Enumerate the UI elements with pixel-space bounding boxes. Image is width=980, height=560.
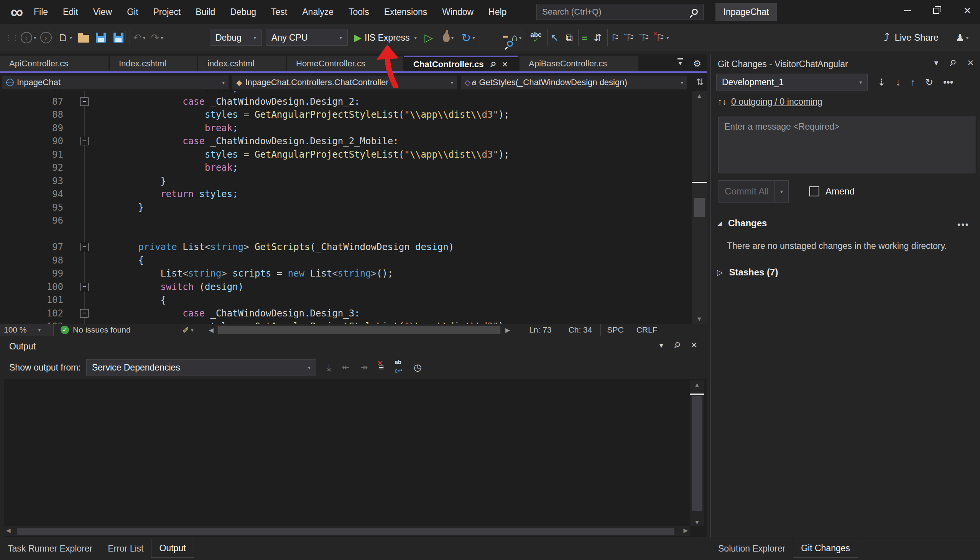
commit-all-button[interactable]: Commit All — [719, 180, 775, 203]
new-project-icon[interactable]: 🗋 — [58, 32, 68, 44]
timestamp-clock-icon[interactable]: ◷ — [414, 362, 422, 373]
changes-expand-icon[interactable]: ◢ — [717, 219, 722, 227]
open-folder-icon[interactable] — [78, 35, 89, 43]
git-pull-icon[interactable]: ↓ — [896, 77, 901, 88]
branch-dropdown[interactable]: Development_1▾ — [716, 73, 868, 90]
git-close-icon[interactable]: ✕ — [967, 58, 974, 68]
collapse-region-button[interactable]: − — [80, 309, 88, 318]
search-input[interactable]: Search (Ctrl+Q) — [536, 4, 704, 20]
output-vertical-scrollbar[interactable]: ▲▼ — [690, 380, 704, 526]
amend-checkbox[interactable] — [809, 187, 819, 197]
navigate-forward-icon[interactable]: › — [40, 32, 52, 43]
tab-close-icon[interactable]: ✕ — [502, 60, 508, 69]
next-bookmark-icon[interactable]: ⚐→ — [641, 32, 650, 44]
restore-button[interactable] — [933, 8, 939, 14]
previous-bookmark-icon[interactable]: ⚐← — [626, 32, 634, 44]
platform-dropdown[interactable]: Any CPU▾ — [266, 30, 348, 46]
zoom-dropdown[interactable]: 100 %▾ — [0, 324, 54, 336]
menu-item-edit[interactable]: Edit — [63, 7, 78, 17]
start-debugging-button[interactable]: ▶ IIS Express ▾ — [354, 32, 417, 44]
menu-item-help[interactable]: Help — [489, 7, 506, 17]
git-overflow-icon[interactable]: ••• — [943, 77, 953, 88]
menu-item-view[interactable]: View — [93, 7, 112, 17]
collapse-region-button[interactable]: − — [80, 97, 88, 106]
menu-item-analyze[interactable]: Analyze — [302, 7, 334, 17]
issues-status[interactable]: No issues found — [73, 325, 131, 335]
bottom-tab-task-runner-explorer[interactable]: Task Runner Explorer — [0, 540, 100, 558]
git-menu-chevron-icon[interactable]: ▾ — [934, 58, 938, 68]
output-source-dropdown[interactable]: Service Dependencies▾ — [86, 359, 316, 375]
menu-item-file[interactable]: File — [34, 7, 48, 17]
commit-options-dropdown[interactable]: ▾ — [775, 180, 789, 203]
eol-indicator[interactable]: CRLF — [630, 324, 664, 336]
member-dropdown[interactable]: ◇ GetStyles(_ChatWindowDesign design) ▾ — [461, 75, 687, 89]
menu-item-extensions[interactable]: Extensions — [384, 7, 428, 17]
word-wrap-icon[interactable]: abc↵ — [395, 360, 403, 375]
output-pin-icon[interactable]: ⚲ — [672, 340, 682, 350]
menu-item-debug[interactable]: Debug — [230, 7, 256, 17]
start-without-debugging-icon[interactable]: ▷ — [424, 32, 433, 44]
menu-item-git[interactable]: Git — [127, 7, 138, 17]
tab-chatcontroller-cs[interactable]: ChatController.cs⚲✕ — [404, 56, 518, 71]
sync-status-link[interactable]: 0 outgoing / 0 incoming — [731, 97, 822, 107]
hot-reload-icon[interactable] — [443, 33, 450, 42]
editor-horizontal-scrollbar[interactable] — [216, 326, 502, 334]
hscroll-right-icon[interactable]: ▶ — [505, 327, 510, 334]
split-editor-icon[interactable]: ⇅ — [696, 77, 704, 87]
minimize-button[interactable] — [904, 10, 911, 11]
changes-overflow-icon[interactable]: ••• — [957, 219, 969, 230]
tab-homecontroller-cs[interactable]: HomeController.cs — [287, 56, 403, 71]
spaces-indicator[interactable]: SPC — [601, 324, 630, 336]
clear-bookmarks-icon[interactable]: ⚐✕ — [656, 32, 665, 44]
side-tab-solution-explorer[interactable]: Solution Explorer — [710, 540, 793, 558]
git-fetch-icon[interactable]: ⇣ — [878, 77, 886, 88]
tab-index-cshtml[interactable]: index.cshtml — [198, 56, 286, 71]
commit-message-input[interactable]: Enter a message <Required> — [719, 117, 976, 173]
stashes-expand-icon[interactable]: ▷ — [717, 268, 723, 277]
next-message-icon[interactable]: ↠ — [360, 362, 368, 373]
format-list-icon[interactable]: ≡ — [582, 32, 587, 44]
scroll-up-icon[interactable]: ▲ — [692, 92, 707, 99]
tab-pin-icon[interactable]: ⚲ — [489, 60, 497, 69]
output-horizontal-scrollbar[interactable]: ◀▶ — [4, 526, 690, 536]
bottom-tab-output[interactable]: Output — [151, 539, 194, 558]
close-button[interactable]: ✕ — [962, 5, 973, 16]
git-sync-icon[interactable]: ↻ — [925, 77, 933, 88]
undo-icon[interactable]: ↶ — [133, 32, 141, 44]
feedback-person-icon[interactable]: ♟ — [955, 32, 964, 44]
side-tab-git-changes[interactable]: Git Changes — [793, 539, 858, 558]
output-menu-chevron-icon[interactable]: ▾ — [659, 341, 663, 350]
collapse-region-button[interactable]: − — [80, 137, 88, 145]
changes-header[interactable]: Changes — [728, 218, 767, 228]
solution-name-button[interactable]: InpageChat — [715, 3, 777, 21]
tab-list-chevron-icon[interactable]: ▼ — [677, 58, 683, 69]
collapse-region-button[interactable]: − — [80, 283, 88, 291]
tab-apibasecontroller-cs[interactable]: ApiBaseController.cs — [519, 56, 638, 71]
output-content[interactable]: ▲▼ ◀▶ — [4, 379, 707, 537]
toggle-bookmark-icon[interactable]: ⚐ — [611, 32, 620, 44]
project-dropdown[interactable]: InpageChat ▾ — [2, 75, 228, 89]
scroll-down-icon[interactable]: ▼ — [692, 316, 707, 323]
collapse-region-button[interactable]: − — [80, 243, 88, 251]
menu-item-build[interactable]: Build — [196, 7, 215, 17]
bottom-tab-error-list[interactable]: Error List — [100, 540, 151, 558]
hscroll-left-icon[interactable]: ◀ — [209, 327, 213, 334]
git-push-icon[interactable]: ↑ — [910, 77, 915, 88]
tab-index-cshtml[interactable]: Index.cshtml — [110, 56, 197, 71]
scrollbar-thumb[interactable] — [694, 198, 705, 217]
restart-icon[interactable]: ↻ — [461, 31, 471, 45]
navigate-back-icon[interactable]: ‹ — [21, 32, 32, 43]
save-all-icon[interactable] — [113, 33, 123, 43]
select-cursor-icon[interactable]: ↖ — [551, 32, 559, 44]
menu-item-project[interactable]: Project — [153, 7, 181, 17]
menu-item-tools[interactable]: Tools — [349, 7, 369, 17]
output-close-icon[interactable]: ✕ — [690, 341, 697, 350]
previous-message-icon[interactable]: ↞ — [342, 362, 349, 373]
clear-output-icon[interactable]: ≡✕ — [378, 362, 384, 373]
redo-icon[interactable]: ↷ — [151, 32, 159, 44]
code-editor[interactable]: 86 break;87− case _ChatWindowDesign.Desi… — [0, 91, 707, 324]
live-share-button[interactable]: ⤴ Live Share — [884, 32, 938, 44]
copy-document-icon[interactable]: ⧉ — [566, 32, 573, 44]
configuration-dropdown[interactable]: Debug▾ — [210, 30, 262, 46]
menu-item-test[interactable]: Test — [271, 7, 287, 17]
